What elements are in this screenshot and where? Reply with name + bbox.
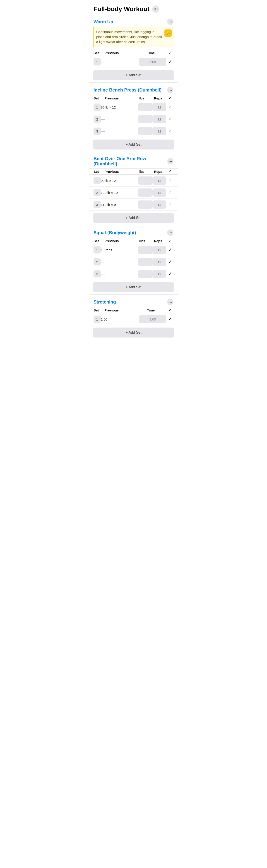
sections-container: Warm Up•••Continuous movements, like jog… xyxy=(89,16,178,342)
page-header: Full-body Workout ••• xyxy=(89,0,178,16)
reps-input[interactable] xyxy=(153,177,166,185)
lbs-input[interactable] xyxy=(138,103,153,111)
col-header-previous: Previous xyxy=(104,96,134,100)
col-header-set: Set xyxy=(94,51,104,55)
table-row: 2100 lb × 10✓ xyxy=(89,187,178,199)
section-title-incline-bench-press: Incline Bench Press (Dumbbell) xyxy=(94,87,162,93)
check-mark[interactable]: ✓ xyxy=(166,271,173,276)
lbs-input[interactable] xyxy=(138,177,153,185)
section-more-button-bent-over-row[interactable]: ••• xyxy=(167,158,173,164)
lbs-input[interactable] xyxy=(138,127,153,135)
table-row: 3—✓ xyxy=(89,125,178,137)
page-title: Full-body Workout xyxy=(94,5,149,13)
section-stretching: Stretching•••SetPreviousTime✓12:00✓+ Add… xyxy=(89,297,178,342)
reps-input[interactable] xyxy=(153,270,166,278)
col-header--: ✓ xyxy=(166,51,173,55)
col-header--lbs: +lbs xyxy=(134,239,150,243)
check-mark[interactable]: ✓ xyxy=(166,59,173,64)
add-set-button-incline-bench-press[interactable]: + Add Set xyxy=(93,140,174,150)
table-header-incline-bench-press: SetPreviouslbsReps✓ xyxy=(89,95,178,101)
add-set-button-warm-up[interactable]: + Add Set xyxy=(93,70,174,80)
lbs-input[interactable] xyxy=(138,115,153,123)
table-row: 2—✓ xyxy=(89,113,178,125)
section-incline-bench-press: Incline Bench Press (Dumbbell)•••SetPrev… xyxy=(89,85,178,154)
add-set-button-stretching[interactable]: + Add Set xyxy=(93,328,174,338)
col-header-previous: Previous xyxy=(104,51,135,55)
reps-input[interactable] xyxy=(153,127,166,135)
section-divider xyxy=(89,225,178,225)
check-mark[interactable]: ✓ xyxy=(166,117,173,122)
section-more-button-warm-up[interactable]: ••• xyxy=(167,19,173,25)
previous-value: 90 lb × 12 xyxy=(101,179,138,183)
section-divider xyxy=(89,152,178,152)
check-mark[interactable]: ✓ xyxy=(166,259,173,264)
set-badge: 3 xyxy=(94,201,101,208)
set-badge: 1 xyxy=(94,103,101,111)
section-bent-over-row: Bent Over One Arm Row (Dumbbell)•••SetPr… xyxy=(89,154,178,227)
lbs-input[interactable] xyxy=(138,270,153,278)
section-more-button-squat-bodyweight[interactable]: ••• xyxy=(167,229,173,236)
col-header-set: Set xyxy=(94,170,104,174)
previous-value: 10 reps xyxy=(101,248,138,252)
set-badge: 3 xyxy=(94,270,101,277)
col-header-time: Time xyxy=(135,308,166,312)
check-mark[interactable]: ✓ xyxy=(166,202,173,207)
col-header--: ✓ xyxy=(166,96,173,100)
add-set-button-squat-bodyweight[interactable]: + Add Set xyxy=(93,282,174,292)
section-header-squat-bodyweight: Squat (Bodyweight)••• xyxy=(89,227,178,238)
lbs-input[interactable] xyxy=(138,246,153,254)
set-badge: 1 xyxy=(94,246,101,253)
lbs-input[interactable] xyxy=(138,200,153,209)
check-mark[interactable]: ✓ xyxy=(166,247,173,252)
previous-value: — xyxy=(101,259,138,265)
reps-input[interactable] xyxy=(153,188,166,196)
time-input[interactable] xyxy=(139,315,166,323)
section-title-warm-up: Warm Up xyxy=(94,19,113,25)
set-badge: 3 xyxy=(94,127,101,135)
previous-value: 110 lb × 9 xyxy=(101,203,138,207)
lbs-input[interactable] xyxy=(138,188,153,196)
reps-input[interactable] xyxy=(153,103,166,111)
set-badge: 1 xyxy=(94,177,101,184)
time-input[interactable] xyxy=(139,58,166,66)
previous-value: — xyxy=(101,271,138,277)
check-mark[interactable]: ✓ xyxy=(166,178,173,183)
page-more-button[interactable]: ••• xyxy=(152,5,160,13)
col-header--: ✓ xyxy=(166,239,173,243)
table-row: 1—✓ xyxy=(89,56,178,68)
info-banner-warm-up: Continuous movements, like jogging in pl… xyxy=(93,27,174,47)
section-more-button-incline-bench-press[interactable]: ••• xyxy=(167,87,173,93)
check-mark[interactable]: ✓ xyxy=(166,190,173,195)
col-header-reps: Reps xyxy=(150,170,166,174)
check-mark[interactable]: ✓ xyxy=(166,105,173,110)
set-badge: 2 xyxy=(94,116,101,123)
table-header-warm-up: SetPreviousTime✓ xyxy=(89,50,178,56)
section-title-stretching: Stretching xyxy=(94,300,116,305)
section-title-squat-bodyweight: Squat (Bodyweight) xyxy=(94,230,136,235)
previous-value: 100 lb × 10 xyxy=(101,191,138,194)
col-header-set: Set xyxy=(94,96,104,100)
table-row: 180 lb × 12✓ xyxy=(89,101,178,113)
reps-input[interactable] xyxy=(153,115,166,123)
col-header--: ✓ xyxy=(166,308,173,312)
col-header-time: Time xyxy=(135,51,166,55)
section-squat-bodyweight: Squat (Bodyweight)•••SetPrevious+lbsReps… xyxy=(89,227,178,297)
table-row: 190 lb × 12✓ xyxy=(89,175,178,187)
reps-input[interactable] xyxy=(153,200,166,209)
table-row: 12:00✓ xyxy=(89,313,178,325)
section-warm-up: Warm Up•••Continuous movements, like jog… xyxy=(89,16,178,85)
check-mark[interactable]: ✓ xyxy=(166,129,173,134)
add-set-button-bent-over-row[interactable]: + Add Set xyxy=(93,213,174,223)
section-more-button-stretching[interactable]: ••• xyxy=(167,299,173,305)
table-row: 2—✓ xyxy=(89,256,178,268)
col-header-set: Set xyxy=(94,308,104,312)
col-header-previous: Previous xyxy=(104,308,135,312)
reps-input[interactable] xyxy=(153,258,166,266)
previous-value: 2:00 xyxy=(101,317,139,321)
reps-input[interactable] xyxy=(153,246,166,254)
section-header-incline-bench-press: Incline Bench Press (Dumbbell)••• xyxy=(89,85,178,95)
lbs-input[interactable] xyxy=(138,258,153,266)
check-mark[interactable]: ✓ xyxy=(166,317,173,322)
table-row: 3—✓ xyxy=(89,268,178,280)
table-row: 110 reps✓ xyxy=(89,244,178,256)
